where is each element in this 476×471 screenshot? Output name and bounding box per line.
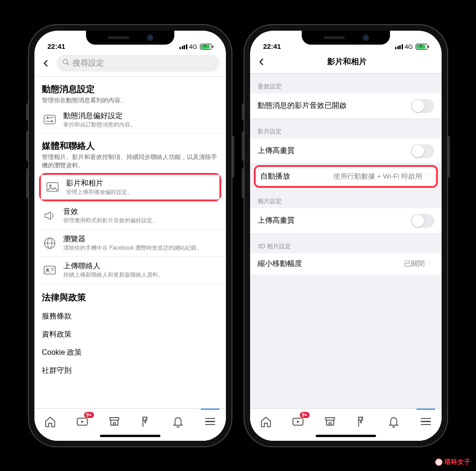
phone-left: 22:41 4G 𐌣 搜尋設定 動態消息設定 管理你在動態消息看到的內容。 [28, 24, 232, 447]
svg-rect-2 [44, 115, 55, 124]
chevron-right-icon: 〉 [428, 259, 434, 268]
cell-reduce-motion[interactable]: 縮小移動幅度 已關閉 〉 [250, 253, 442, 274]
row-subtitle: 管理上傳和播放偏好設定。 [66, 189, 216, 196]
tab-pages[interactable] [137, 413, 155, 430]
cell-value: 使用行動數據 + Wi-Fi 時啟用 [333, 172, 422, 181]
network-label: 4G [189, 43, 197, 50]
tab-marketplace[interactable] [105, 413, 124, 430]
tab-notifications[interactable] [169, 413, 187, 430]
status-time: 22:41 [263, 42, 281, 50]
sliders-icon [42, 112, 58, 127]
tab-home[interactable] [257, 413, 275, 430]
home-indicator[interactable] [316, 435, 376, 437]
notch [86, 31, 174, 45]
link-terms[interactable]: 服務條款 [42, 307, 218, 325]
tab-pages[interactable] [352, 413, 371, 430]
watermark: 塔科女子 [435, 458, 470, 466]
tab-home[interactable] [41, 413, 60, 430]
highlight-videos-photos: 影片和相片 管理上傳和播放偏好設定。 [39, 173, 221, 202]
settings-content[interactable]: 動態消息設定 管理你在動態消息看到的內容。 動態消息偏好設定 掌控和自訂動態消息… [34, 77, 226, 408]
status-time: 22:41 [47, 42, 65, 50]
switch-video-hd[interactable] [411, 144, 434, 158]
switch-feed-sound[interactable] [411, 99, 434, 113]
search-placeholder: 搜尋設定 [73, 58, 104, 68]
tab-marketplace[interactable] [321, 413, 339, 430]
row-title: 影片和相片 [66, 179, 216, 188]
notch [302, 31, 390, 45]
page-title: 影片和相片 [258, 56, 435, 67]
svg-point-8 [49, 185, 52, 187]
signal-icon [395, 44, 403, 49]
battery-icon: 𐌣 [416, 44, 428, 50]
group-sound-header: 音效設定 [250, 74, 442, 93]
phone-right: 22:41 4G 𐌣 影片和相片 音效設定 動態消息的影片音效已開啟 影片設定 … [244, 24, 448, 447]
row-title: 上傳聯絡人 [63, 261, 218, 271]
cell-label: 縮小移動幅度 [258, 259, 302, 269]
link-data-policy[interactable]: 資料政策 [42, 325, 218, 344]
tab-watch[interactable]: 9+ [73, 413, 92, 430]
cell-label: 上傳高畫質 [258, 146, 295, 156]
image-icon [45, 179, 60, 195]
watermark-text: 塔科女子 [444, 458, 470, 466]
section-legal-title: 法律與政策 [42, 292, 218, 304]
menu-icon [205, 418, 215, 425]
cell-value: 已關閉 [404, 259, 425, 268]
row-title: 音效 [63, 207, 218, 217]
chevron-left-icon [42, 59, 50, 67]
cell-feed-sound[interactable]: 動態消息的影片音效已開啟 [250, 93, 442, 119]
globe-icon [42, 235, 58, 251]
cell-label: 自動播放 [260, 172, 290, 181]
cell-video-upload-hd[interactable]: 上傳高畫質 [250, 139, 442, 164]
watermark-icon [435, 458, 443, 466]
home-indicator[interactable] [100, 435, 160, 437]
cell-autoplay[interactable]: 自動播放 使用行動數據 + Wi-Fi 時啟用 〉 [256, 167, 436, 186]
nav-header: 搜尋設定 [34, 52, 226, 77]
row-title: 動態消息偏好設定 [63, 111, 218, 121]
battery-icon: 𐌣 [200, 44, 212, 50]
badge-count: 9+ [84, 411, 94, 418]
row-subtitle: 管理應用程式和影片音效的偏好設定。 [63, 217, 218, 225]
network-label: 4G [405, 43, 413, 50]
speaker-icon [42, 208, 58, 224]
row-subtitle: 持續上傳新聯絡人和更新版聯絡人資料。 [63, 272, 218, 279]
chevron-right-icon: 〉 [425, 172, 431, 180]
section-media-title: 媒體和聯絡人 [42, 140, 218, 152]
row-browser[interactable]: 瀏覽器 清除你的手機中在 Facebook 瀏覽時曾造訪的網站紀錄。 [34, 230, 226, 257]
link-cookie-policy[interactable]: Cookie 政策 [42, 344, 218, 362]
videos-photos-content[interactable]: 音效設定 動態消息的影片音效已開啟 影片設定 上傳高畫質 自動播放 使用行動數據… [250, 74, 442, 408]
cell-label: 上傳高畫質 [258, 216, 295, 226]
tab-menu[interactable] [201, 413, 219, 430]
svg-point-13 [46, 268, 49, 271]
row-subtitle: 掌控和自訂動態消息的內容。 [63, 121, 218, 129]
section-media-header: 媒體和聯絡人 管理相片、影片和音效控制項、持續同步聯絡人功能，以及清除手機的瀏覽… [34, 133, 226, 172]
signal-icon [179, 44, 187, 49]
row-feed-preferences[interactable]: 動態消息偏好設定 掌控和自訂動態消息的內容。 [34, 106, 226, 134]
tab-watch[interactable]: 9+ [289, 413, 307, 430]
row-sounds[interactable]: 音效 管理應用程式和影片音效的偏好設定。 [34, 202, 226, 230]
badge-count: 9+ [299, 411, 310, 418]
svg-point-5 [51, 120, 53, 123]
link-community-standards[interactable]: 社群守則 [42, 362, 218, 380]
row-videos-photos[interactable]: 影片和相片 管理上傳和播放偏好設定。 [41, 175, 219, 200]
menu-icon [421, 418, 431, 425]
section-media-subtitle: 管理相片、影片和音效控制項、持續同步聯絡人功能，以及清除手機的瀏覽資料。 [42, 153, 218, 170]
section-legal: 法律與政策 服務條款 資料政策 Cookie 政策 社群守則 [34, 284, 226, 384]
back-button[interactable] [39, 56, 53, 70]
search-input[interactable]: 搜尋設定 [57, 55, 219, 72]
tab-notifications[interactable] [384, 413, 403, 430]
nav-header: 影片和相片 [250, 52, 442, 74]
svg-point-3 [46, 117, 49, 119]
row-upload-contacts[interactable]: 上傳聯絡人 持續上傳新聯絡人和更新版聯絡人資料。 [34, 257, 226, 284]
highlight-autoplay: 自動播放 使用行動數據 + Wi-Fi 時啟用 〉 [254, 165, 438, 188]
row-subtitle: 清除你的手機中在 Facebook 瀏覽時曾造訪的網站紀錄。 [63, 245, 218, 252]
cell-photo-upload-hd[interactable]: 上傳高畫質 [250, 208, 442, 234]
cell-label: 動態消息的影片音效已開啟 [258, 101, 347, 111]
svg-line-1 [67, 63, 69, 65]
switch-photo-hd[interactable] [411, 214, 434, 228]
search-icon [62, 59, 70, 67]
group-3d-header: 3D 相片設定 [250, 234, 442, 253]
screen-left: 22:41 4G 𐌣 搜尋設定 動態消息設定 管理你在動態消息看到的內容。 [34, 31, 226, 441]
tab-menu[interactable] [416, 413, 435, 430]
id-card-icon [42, 262, 58, 278]
section-feed-subtitle: 管理你在動態消息看到的內容。 [42, 96, 218, 105]
